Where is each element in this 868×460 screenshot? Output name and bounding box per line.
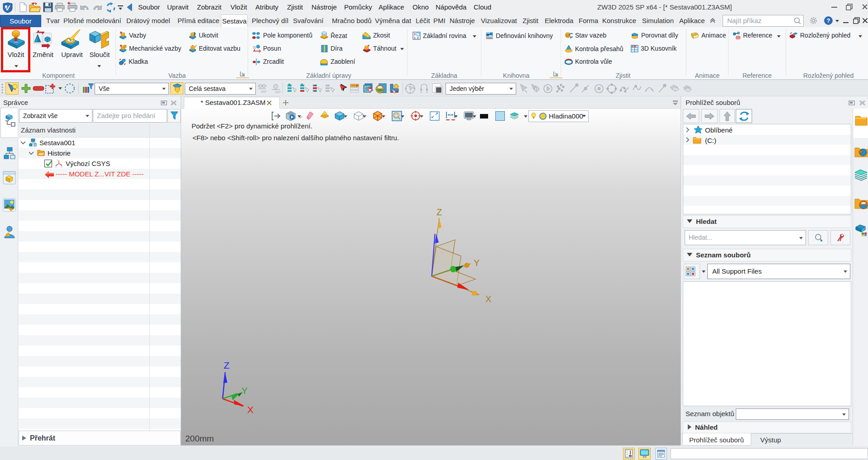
svg-text:BOM: BOM [632,45,637,47]
svg-text:?: ? [827,17,830,24]
svg-text:SEF: SEF [275,90,281,94]
svg-text:Y: Y [241,385,248,396]
svg-text:Y: Y [474,258,480,268]
svg-text:SEF: SEF [261,90,267,93]
svg-text:2: 2 [417,36,419,39]
svg-text:x: x [61,165,62,168]
svg-text:Z: Z [436,207,442,217]
svg-text:3: 3 [414,33,416,36]
svg-text:X: X [485,294,491,304]
svg-text:Z: Z [55,165,57,168]
svg-text:1: 1 [414,36,416,39]
svg-text:Z: Z [224,360,230,370]
svg-text:X: X [247,404,254,415]
svg-text:Y: Y [57,159,58,161]
